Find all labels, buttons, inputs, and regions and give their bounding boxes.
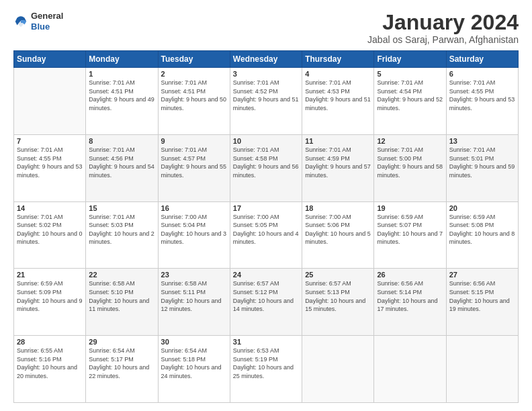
table-row: 2 Sunrise: 7:01 AMSunset: 4:51 PMDayligh… [158,68,230,135]
table-row [446,336,518,403]
table-row [14,68,86,135]
logo-blue: Blue [31,21,50,32]
table-row [302,336,374,403]
table-row: 4 Sunrise: 7:01 AMSunset: 4:53 PMDayligh… [302,68,374,135]
col-saturday: Saturday [446,51,518,68]
table-row: 15 Sunrise: 7:01 AMSunset: 5:03 PMDaylig… [86,201,158,269]
day-info: Sunrise: 6:59 AMSunset: 5:07 PMDaylight:… [377,213,443,246]
day-info: Sunrise: 7:01 AMSunset: 5:00 PMDaylight:… [377,146,443,179]
col-friday: Friday [374,51,446,68]
day-number: 29 [89,338,154,346]
calendar-week-row: 14 Sunrise: 7:01 AMSunset: 5:02 PMDaylig… [14,201,519,269]
col-tuesday: Tuesday [158,51,230,68]
day-info: Sunrise: 7:00 AMSunset: 5:05 PMDaylight:… [233,213,299,246]
table-row: 30 Sunrise: 6:54 AMSunset: 5:18 PMDaylig… [158,336,230,403]
day-info: Sunrise: 6:59 AMSunset: 5:08 PMDaylight:… [449,213,515,246]
day-number: 3 [233,70,299,78]
table-row: 28 Sunrise: 6:55 AMSunset: 5:16 PMDaylig… [14,336,86,403]
table-row [374,336,446,403]
day-number: 22 [89,271,154,279]
day-number: 14 [17,204,83,212]
day-number: 23 [161,271,227,279]
day-info: Sunrise: 7:01 AMSunset: 4:55 PMDaylight:… [17,146,83,179]
day-info: Sunrise: 7:01 AMSunset: 4:52 PMDaylight:… [233,79,299,112]
day-number: 30 [161,338,227,346]
table-row: 9 Sunrise: 7:01 AMSunset: 4:57 PMDayligh… [158,134,230,201]
day-number: 12 [377,137,443,145]
day-number: 11 [305,137,371,145]
day-number: 5 [377,70,443,78]
table-row: 23 Sunrise: 6:58 AMSunset: 5:11 PMDaylig… [158,269,230,336]
table-row: 16 Sunrise: 7:00 AMSunset: 5:04 PMDaylig… [158,201,230,269]
day-info: Sunrise: 6:56 AMSunset: 5:15 PMDaylight:… [449,279,515,313]
table-row: 5 Sunrise: 7:01 AMSunset: 4:54 PMDayligh… [374,68,446,135]
table-row: 19 Sunrise: 6:59 AMSunset: 5:07 PMDaylig… [374,201,446,269]
day-number: 6 [449,70,515,78]
header: General Blue January 2024 Jabal os Saraj… [13,11,519,45]
day-info: Sunrise: 7:01 AMSunset: 4:57 PMDaylight:… [161,146,227,179]
day-number: 4 [305,70,371,78]
day-number: 27 [449,271,515,279]
table-row: 11 Sunrise: 7:01 AMSunset: 4:59 PMDaylig… [302,134,374,201]
day-info: Sunrise: 7:00 AMSunset: 5:06 PMDaylight:… [305,213,371,246]
table-row: 17 Sunrise: 7:00 AMSunset: 5:05 PMDaylig… [230,201,302,269]
day-number: 16 [161,204,227,212]
col-monday: Monday [86,51,158,68]
day-info: Sunrise: 7:01 AMSunset: 4:51 PMDaylight:… [161,79,227,112]
day-number: 13 [449,137,515,145]
day-number: 31 [233,338,299,346]
table-row: 14 Sunrise: 7:01 AMSunset: 5:02 PMDaylig… [14,201,86,269]
calendar-week-row: 21 Sunrise: 6:59 AMSunset: 5:09 PMDaylig… [14,269,519,336]
table-row: 29 Sunrise: 6:54 AMSunset: 5:17 PMDaylig… [86,336,158,403]
day-number: 1 [89,70,154,78]
day-info: Sunrise: 6:57 AMSunset: 5:12 PMDaylight:… [233,279,299,313]
day-info: Sunrise: 7:00 AMSunset: 5:04 PMDaylight:… [161,213,227,246]
table-row: 26 Sunrise: 6:56 AMSunset: 5:14 PMDaylig… [374,269,446,336]
calendar-week-row: 28 Sunrise: 6:55 AMSunset: 5:16 PMDaylig… [14,336,519,403]
table-row: 6 Sunrise: 7:01 AMSunset: 4:55 PMDayligh… [446,68,518,135]
calendar-subtitle: Jabal os Saraj, Parwan, Afghanistan [367,34,519,45]
day-number: 2 [161,70,227,78]
calendar-week-row: 1 Sunrise: 7:01 AMSunset: 4:51 PMDayligh… [14,68,519,135]
table-row: 12 Sunrise: 7:01 AMSunset: 5:00 PMDaylig… [374,134,446,201]
page: General Blue January 2024 Jabal os Saraj… [0,0,532,411]
day-number: 21 [17,271,83,279]
day-info: Sunrise: 7:01 AMSunset: 4:54 PMDaylight:… [377,79,443,112]
day-info: Sunrise: 7:01 AMSunset: 5:02 PMDaylight:… [17,213,83,246]
day-number: 10 [233,137,299,145]
day-info: Sunrise: 6:57 AMSunset: 5:13 PMDaylight:… [305,279,371,313]
day-info: Sunrise: 6:59 AMSunset: 5:09 PMDaylight:… [17,279,83,313]
logo: General Blue [13,11,63,32]
table-row: 21 Sunrise: 6:59 AMSunset: 5:09 PMDaylig… [14,269,86,336]
day-number: 26 [377,271,443,279]
day-info: Sunrise: 7:01 AMSunset: 4:56 PMDaylight:… [89,146,154,179]
day-number: 28 [17,338,83,346]
day-number: 19 [377,204,443,212]
day-info: Sunrise: 6:53 AMSunset: 5:19 PMDaylight:… [233,347,299,380]
day-info: Sunrise: 7:01 AMSunset: 5:01 PMDaylight:… [449,146,515,179]
day-info: Sunrise: 6:56 AMSunset: 5:14 PMDaylight:… [377,279,443,313]
day-info: Sunrise: 7:01 AMSunset: 4:53 PMDaylight:… [305,79,371,112]
day-info: Sunrise: 7:01 AMSunset: 4:51 PMDaylight:… [89,79,154,112]
col-thursday: Thursday [302,51,374,68]
day-info: Sunrise: 6:58 AMSunset: 5:10 PMDaylight:… [89,279,154,313]
calendar-title: January 2024 [367,11,519,34]
logo-text: General Blue [31,11,63,32]
logo-icon [13,14,28,29]
day-number: 24 [233,271,299,279]
day-info: Sunrise: 7:01 AMSunset: 4:59 PMDaylight:… [305,146,371,179]
table-row: 22 Sunrise: 6:58 AMSunset: 5:10 PMDaylig… [86,269,158,336]
table-row: 18 Sunrise: 7:00 AMSunset: 5:06 PMDaylig… [302,201,374,269]
table-row: 13 Sunrise: 7:01 AMSunset: 5:01 PMDaylig… [446,134,518,201]
day-info: Sunrise: 7:01 AMSunset: 5:03 PMDaylight:… [89,213,154,246]
title-block: January 2024 Jabal os Saraj, Parwan, Afg… [367,11,519,45]
calendar-header-row: Sunday Monday Tuesday Wednesday Thursday… [14,51,519,68]
day-number: 18 [305,204,371,212]
day-info: Sunrise: 6:58 AMSunset: 5:11 PMDaylight:… [161,279,227,313]
day-number: 8 [89,137,154,145]
table-row: 8 Sunrise: 7:01 AMSunset: 4:56 PMDayligh… [86,134,158,201]
day-info: Sunrise: 7:01 AMSunset: 4:55 PMDaylight:… [449,79,515,112]
day-number: 9 [161,137,227,145]
table-row: 3 Sunrise: 7:01 AMSunset: 4:52 PMDayligh… [230,68,302,135]
day-number: 7 [17,137,83,145]
